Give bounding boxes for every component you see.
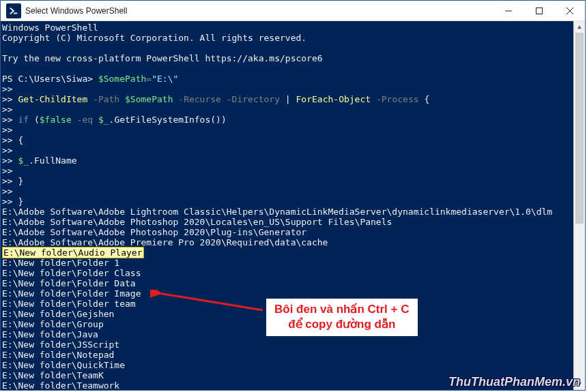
console-line: >> $_.FullName — [2, 155, 572, 166]
console-line: >> } — [2, 176, 572, 186]
scrollbar-track[interactable] — [574, 33, 585, 378]
console-line: Copyright (C) Microsoft Corporation. All… — [2, 33, 572, 43]
titlebar: Select Windows PowerShell — [1, 1, 585, 21]
console-output: E:\New folder\TeamK — [2, 370, 572, 380]
console-prompt-line: PS C:\Users\Siwa> $SomePath="E:\" — [2, 74, 572, 84]
console-output-selected[interactable]: E:\New folder\Audio Player — [2, 247, 572, 258]
console-line: >> — [2, 145, 572, 155]
vertical-scrollbar[interactable]: ▲ ▼ — [573, 21, 585, 390]
close-button[interactable] — [554, 1, 585, 20]
console-output: E:\New folder\Teamwork — [2, 380, 572, 390]
console-line: >> } — [2, 196, 572, 207]
console-output: E:\New folder\JSScript — [2, 340, 572, 350]
console-line: >> — [2, 104, 572, 115]
console-line: Windows PowerShell — [2, 22, 572, 33]
console-output: E:\New folder\Folder Class — [2, 268, 572, 278]
powershell-icon — [6, 3, 21, 18]
console-line: >> { — [2, 135, 572, 145]
scroll-up-button[interactable]: ▲ — [574, 21, 585, 33]
console-line: >> — [2, 166, 572, 176]
annotation-callout: Bôi đen và nhấn Ctrl + C để copy đường d… — [266, 299, 418, 336]
console-output: E:\New folder\Folder Image — [2, 288, 572, 299]
console-output: E:\New folder\Notepad — [2, 350, 572, 360]
console-line: >> — [2, 186, 572, 196]
window-title: Select Windows PowerShell — [25, 6, 493, 16]
console-line: >> — [2, 125, 572, 135]
console-output: E:\Adobe Software\Adobe Lightroom Classi… — [2, 207, 572, 217]
maximize-button[interactable] — [524, 1, 554, 20]
svg-rect-0 — [536, 7, 542, 14]
window-controls — [493, 1, 585, 20]
scrollbar-thumb[interactable] — [575, 33, 584, 224]
console-line: Try the new cross-platform PowerShell ht… — [2, 53, 572, 63]
console-line: >> Get-ChildItem -Path $SomePath -Recurs… — [2, 94, 572, 104]
minimize-button[interactable] — [493, 1, 524, 20]
console-line: >> if ($false -eq $_.GetFileSystemInfos(… — [2, 115, 572, 125]
console-output: E:\Adobe Software\Adobe Photoshop 2020\L… — [2, 217, 572, 227]
console-output: E:\Adobe Software\Adobe Photoshop 2020\P… — [2, 227, 572, 237]
console-output: E:\New folder\QuickTime — [2, 360, 572, 370]
console-output: E:\Adobe Software\Adobe Premiere Pro 202… — [2, 237, 572, 247]
console-output: E:\New folder\Folder 1 — [2, 258, 572, 268]
console-line: >> — [2, 84, 572, 94]
annotation-line: để copy đường dẫn — [274, 317, 410, 332]
scroll-down-button[interactable]: ▼ — [574, 378, 585, 390]
console-output: E:\New folder\Folder Data — [2, 278, 572, 288]
annotation-line: Bôi đen và nhấn Ctrl + C — [274, 302, 410, 317]
